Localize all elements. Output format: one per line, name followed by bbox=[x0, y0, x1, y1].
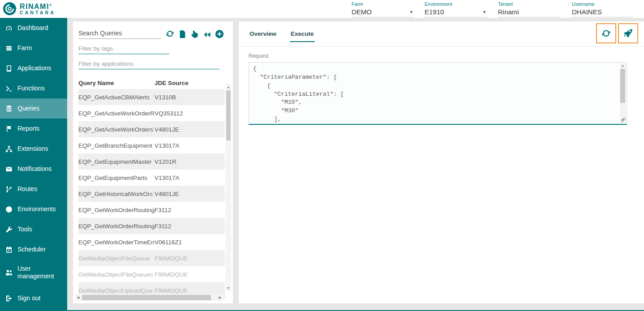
table-row[interactable]: EQP_GetActiveWorkOrderRVQ353112 bbox=[78, 105, 225, 121]
farm-value: DEMO bbox=[352, 7, 372, 17]
environment-field: Environment E1910 ▼ bbox=[425, 1, 487, 17]
table-row[interactable]: EQP_GetHistoricalWorkOrcV4801JE bbox=[78, 186, 225, 202]
table-row[interactable]: EQP_GetActiveWorkOrdersV4801JE bbox=[78, 121, 225, 137]
sidebar-item-user-management[interactable]: User management bbox=[0, 260, 67, 285]
rocket-icon bbox=[623, 28, 634, 39]
sidebar-item-routes[interactable]: Routes bbox=[0, 179, 67, 199]
execute-tab-content: Request { "CriteriaParameter": [ { "Crit… bbox=[239, 47, 644, 125]
sidebar-item-notifications[interactable]: Notifications bbox=[0, 159, 67, 179]
dashboard-icon bbox=[5, 24, 13, 32]
table-row[interactable]: GetMediaObjectFileQueuesF98MOQUE bbox=[78, 266, 225, 282]
tools-icon bbox=[5, 226, 13, 233]
query-list-panel: Query Name JDE Source EQP_GetActiveCBMAl… bbox=[73, 21, 233, 303]
scroll-up-icon[interactable]: ▲ bbox=[620, 63, 626, 68]
scrollbar-thumb[interactable] bbox=[620, 69, 625, 103]
execute-query-button[interactable] bbox=[618, 23, 638, 43]
table-row[interactable]: EQP_GetEquipmentMasterV1201R bbox=[78, 153, 225, 170]
table-row[interactable]: EQP_GetActiveCBMAlertsV1310B bbox=[78, 89, 225, 105]
action-buttons bbox=[596, 23, 638, 43]
farm-label: Farm bbox=[352, 1, 414, 7]
table-row[interactable]: EQP_GetWorkOrderRoutingF3112 bbox=[78, 202, 225, 218]
routes-icon bbox=[5, 185, 13, 193]
reports-icon bbox=[5, 125, 13, 132]
filter-tags-input[interactable] bbox=[78, 43, 169, 54]
scroll-left-icon[interactable]: ◀ bbox=[75, 294, 81, 301]
sidebar-item-farm[interactable]: Farm bbox=[0, 38, 67, 58]
notifications-icon bbox=[5, 165, 13, 173]
sidebar-item-environments[interactable]: Environments bbox=[0, 199, 67, 219]
tabs-bar: Overview Execute bbox=[239, 21, 644, 47]
table-row[interactable]: EQP_GetEquipmentPartsV13017A bbox=[78, 170, 225, 186]
tenant-label: Tenant bbox=[498, 1, 561, 7]
tab-overview[interactable]: Overview bbox=[249, 21, 277, 46]
query-table: Query Name JDE Source EQP_GetActiveCBMAl… bbox=[78, 77, 225, 298]
sidebar-item-applications[interactable]: Applications bbox=[0, 58, 67, 78]
scrollbar-thumb[interactable] bbox=[226, 90, 231, 141]
brand-name: RINAMI® bbox=[20, 2, 56, 10]
brand-subname: CANTARA bbox=[20, 10, 56, 16]
table-row[interactable]: EQP_GetBranchEquipmentV13017A bbox=[78, 137, 225, 153]
scroll-down-icon[interactable]: ▼ bbox=[226, 285, 231, 291]
tenant-field: Tenant Rinami bbox=[498, 1, 561, 17]
search-queries-input[interactable] bbox=[78, 28, 162, 39]
farm-select[interactable]: DEMO ▼ bbox=[352, 7, 414, 17]
request-scrollbar[interactable]: ▲ ▼ bbox=[620, 63, 626, 123]
refresh-button[interactable] bbox=[596, 23, 616, 43]
query-detail-panel: Overview Execute Request { "CriteriaPara… bbox=[239, 21, 644, 303]
functions-icon bbox=[5, 85, 13, 92]
environments-icon bbox=[5, 205, 13, 213]
refresh-icon bbox=[601, 28, 612, 39]
registered-mark: ® bbox=[49, 4, 52, 7]
sidebar-item-functions[interactable]: Functions bbox=[0, 78, 67, 98]
brand: RINAMI® CANTARA bbox=[3, 2, 56, 16]
table-row[interactable]: EQP_GetWorkOrderTimeEnV06116Z1 bbox=[78, 234, 225, 250]
sidebar-item-dashboard[interactable]: Dashboard bbox=[0, 18, 67, 38]
sidebar-item-scheduler[interactable]: Scheduler bbox=[0, 239, 67, 260]
filter-applications-input[interactable] bbox=[78, 58, 219, 69]
scroll-up-icon[interactable]: ▲ bbox=[226, 84, 231, 90]
query-list-vertical-scrollbar[interactable]: ▲ ▼ bbox=[226, 84, 231, 291]
environment-label: Environment bbox=[425, 1, 487, 7]
rinami-logo-icon bbox=[3, 2, 17, 16]
chevron-down-icon: ▼ bbox=[482, 7, 486, 17]
sidebar-item-sign-out[interactable]: Sign out bbox=[0, 288, 67, 308]
request-editor: { "CriteriaParameter": [ { "CriteriaLite… bbox=[249, 62, 627, 125]
sidebar-item-extensions[interactable]: Extensions bbox=[0, 139, 67, 159]
query-list-horizontal-scrollbar[interactable]: ◀ ▶ bbox=[75, 294, 223, 301]
table-row[interactable]: EQP_GetWorkOrderRoutingF3112 bbox=[78, 218, 225, 234]
scheduler-icon bbox=[5, 246, 13, 253]
scroll-right-icon[interactable]: ▶ bbox=[217, 294, 223, 301]
username-label: Username bbox=[572, 1, 632, 7]
farm-field: Farm DEMO ▼ bbox=[352, 1, 414, 17]
column-header-query-name[interactable]: Query Name bbox=[78, 80, 155, 86]
table-header: Query Name JDE Source bbox=[78, 77, 225, 89]
brand-text: RINAMI® CANTARA bbox=[20, 2, 56, 16]
table-body: EQP_GetActiveCBMAlertsV1310B EQP_GetActi… bbox=[78, 89, 225, 298]
environment-select[interactable]: E1910 ▼ bbox=[425, 7, 487, 17]
export-excel-icon[interactable] bbox=[178, 30, 187, 39]
username-field: Username DHAINES bbox=[572, 1, 632, 17]
environment-value: E1910 bbox=[425, 7, 444, 17]
request-json-textarea[interactable]: { "CriteriaParameter": [ { "CriteriaLite… bbox=[249, 62, 627, 125]
column-header-jde-source[interactable]: JDE Source bbox=[155, 80, 225, 86]
username-value: DHAINES bbox=[572, 7, 632, 17]
applications-icon bbox=[5, 64, 13, 72]
hand-pointer-icon[interactable] bbox=[190, 30, 199, 39]
user-management-icon bbox=[5, 269, 13, 277]
farm-icon bbox=[5, 44, 13, 52]
resize-grip[interactable] bbox=[621, 118, 626, 123]
table-row[interactable]: GetMediaObjectFileQueueF98MOQUE bbox=[78, 250, 225, 266]
chevron-down-icon: ▼ bbox=[409, 7, 413, 17]
top-header: RINAMI® CANTARA Farm DEMO ▼ Environment … bbox=[0, 0, 644, 18]
sidebar-item-queries[interactable]: Queries bbox=[0, 98, 67, 119]
sync-queries-icon[interactable] bbox=[165, 29, 175, 39]
sidebar-item-tools[interactable]: Tools bbox=[0, 219, 67, 239]
sign-out-icon bbox=[5, 294, 13, 302]
tenant-value: Rinami bbox=[498, 7, 561, 17]
request-label: Request bbox=[249, 53, 634, 59]
sidebar-item-reports[interactable]: Reports bbox=[0, 119, 67, 139]
fast-backward-icon[interactable] bbox=[202, 30, 211, 39]
tab-execute[interactable]: Execute bbox=[290, 21, 315, 46]
scrollbar-thumb[interactable] bbox=[82, 295, 211, 300]
add-query-icon[interactable] bbox=[215, 29, 224, 39]
